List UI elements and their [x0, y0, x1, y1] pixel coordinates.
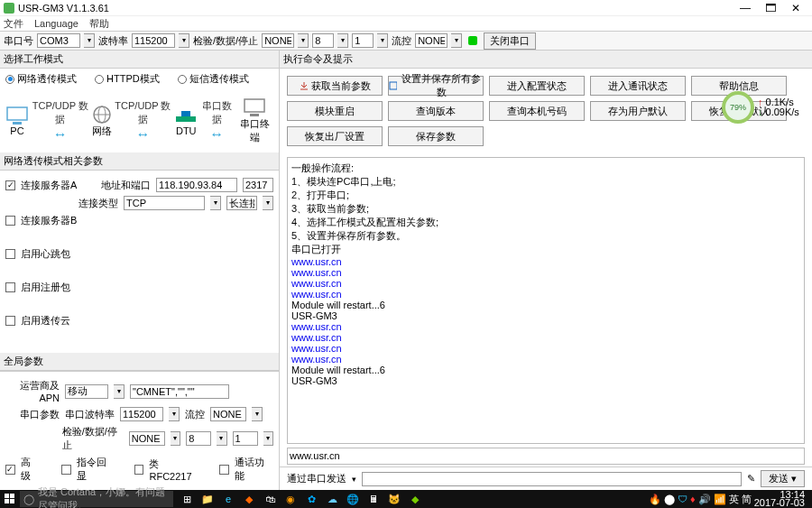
- cortana-search[interactable]: ◯我是 Cortana，小娜。有问题尽管问我。: [20, 491, 173, 507]
- databits-select[interactable]: [312, 33, 334, 48]
- download-icon: [300, 81, 309, 90]
- ime-indicator[interactable]: 英: [729, 493, 739, 506]
- globe-icon: 网络: [92, 105, 112, 138]
- app-icon-3[interactable]: ◉: [281, 490, 300, 508]
- serial-flow-select[interactable]: [210, 407, 246, 421]
- menu-file[interactable]: 文件: [4, 17, 23, 31]
- command-buttons: 获取当前参数 设置并保存所有参数 进入配置状态 进入通讯状态 帮助信息 模块重启…: [280, 69, 812, 153]
- app-icon-2[interactable]: ◆: [239, 490, 259, 508]
- baud-dropdown[interactable]: ▾: [179, 33, 189, 48]
- enter-comm-button[interactable]: 进入通讯状态: [590, 76, 686, 96]
- mode-sms-radio[interactable]: 短信透传模式: [178, 72, 249, 86]
- mode-net-radio[interactable]: 网络透传模式: [5, 72, 77, 86]
- app-icon-6[interactable]: 🌐: [343, 490, 363, 508]
- server-a-address[interactable]: [156, 178, 237, 192]
- tray-icon[interactable]: ♦: [690, 494, 696, 504]
- apn-string[interactable]: [130, 384, 229, 399]
- port-select[interactable]: [37, 33, 80, 48]
- save-default-button[interactable]: 存为用户默认: [590, 101, 686, 121]
- net-params-title: 网络透传模式相关参数: [0, 152, 279, 171]
- echo-checkbox[interactable]: [61, 465, 71, 475]
- version-button[interactable]: 查询版本: [388, 101, 484, 121]
- svg-rect-12: [5, 499, 9, 503]
- system-tray[interactable]: 🔥 ⬤ 🛡 ♦ 🔊 📶 英 简 13:14 2017-07-03: [645, 491, 812, 507]
- maximize-button[interactable]: 🗖: [758, 2, 783, 14]
- cortana-icon: ◯: [23, 494, 34, 505]
- server-b-checkbox[interactable]: [5, 216, 15, 226]
- server-a-checkbox[interactable]: [5, 180, 15, 190]
- svg-rect-7: [245, 99, 264, 112]
- cmd-title: 执行命令及提示: [280, 51, 812, 69]
- global-title: 全局参数: [0, 353, 279, 371]
- window-title: USR-GM3 V1.1.3.61: [18, 3, 109, 14]
- send-button[interactable]: 发送 ▾: [761, 470, 805, 487]
- calc-icon[interactable]: 🖩: [364, 490, 383, 508]
- phone-button[interactable]: 查询本机号码: [489, 101, 585, 121]
- serial-baud-select[interactable]: [120, 407, 163, 421]
- heartbeat-checkbox[interactable]: [5, 249, 15, 259]
- save-icon: [389, 81, 397, 90]
- svg-rect-1: [13, 122, 22, 125]
- rfc2217-checkbox[interactable]: [134, 465, 144, 475]
- svg-rect-10: [5, 494, 9, 498]
- menu-language[interactable]: Language: [34, 18, 78, 29]
- reboot-button[interactable]: 模块重启: [287, 101, 383, 121]
- flow-select[interactable]: [415, 33, 448, 48]
- network-gauge: 79% ↑ 0.1K/s ↓ 0.09K/s: [722, 85, 803, 130]
- calling-checkbox[interactable]: [219, 465, 229, 475]
- advanced-checkbox[interactable]: [5, 465, 15, 475]
- close-port-button[interactable]: 关闭串口: [484, 32, 536, 50]
- baud-label: 波特率: [98, 34, 128, 48]
- mode-title: 选择工作模式: [0, 51, 279, 69]
- set-all-button[interactable]: 设置并保存所有参数: [388, 76, 484, 96]
- app-icon-1[interactable]: 📁: [198, 490, 217, 508]
- console-output[interactable]: 一般操作流程:1、模块连PC串口,上电;2、打开串口;3、获取当前参数;4、选择…: [287, 157, 805, 444]
- save-params-button[interactable]: 保存参数: [388, 126, 484, 146]
- volume-icon[interactable]: 🔊: [698, 494, 711, 505]
- tray-icon[interactable]: 🛡: [678, 494, 687, 504]
- port-dropdown[interactable]: ▾: [84, 33, 95, 48]
- edge-icon[interactable]: e: [218, 490, 238, 508]
- minimize-button[interactable]: —: [733, 2, 758, 14]
- serial-parity-select[interactable]: [129, 431, 165, 446]
- start-button[interactable]: [0, 490, 20, 508]
- store-icon[interactable]: 🛍: [260, 490, 280, 508]
- clock[interactable]: 13:14 2017-07-03: [754, 491, 808, 507]
- taskbar: ◯我是 Cortana，小娜。有问题尽管问我。 ⊞ 📁 e ◆ 🛍 ◉ ✿ ☁ …: [0, 490, 812, 508]
- app-icon-4[interactable]: ✿: [301, 490, 321, 508]
- port-led-icon: [468, 36, 477, 45]
- serial-stop-select[interactable]: [233, 431, 258, 446]
- send-row: 通过串口发送▾ ✎ 发送 ▾: [280, 466, 812, 490]
- ime-mode[interactable]: 简: [742, 493, 752, 506]
- register-checkbox[interactable]: [5, 282, 15, 292]
- flow-label: 流控: [392, 34, 411, 48]
- app-icon-8[interactable]: ◆: [405, 490, 425, 508]
- baud-select[interactable]: [132, 33, 175, 48]
- enter-config-button[interactable]: 进入配置状态: [489, 76, 585, 96]
- app-icon-5[interactable]: ☁: [322, 490, 342, 508]
- tray-icon[interactable]: ⬤: [664, 494, 675, 505]
- port-label: 串口号: [4, 34, 33, 48]
- factory-reset-button[interactable]: 恢复出厂设置: [287, 126, 383, 146]
- send-input[interactable]: [362, 472, 742, 486]
- gauge-circle-icon: 79%: [722, 91, 754, 124]
- get-params-button[interactable]: 获取当前参数: [287, 76, 383, 96]
- conn-type-select[interactable]: [124, 196, 205, 210]
- app-icon-7[interactable]: 🐱: [384, 490, 404, 508]
- taskview-icon[interactable]: ⊞: [177, 490, 197, 508]
- close-button[interactable]: ✕: [783, 2, 808, 14]
- titlebar: USR-GM3 V1.1.3.61 — 🗖 ✕: [0, 0, 812, 16]
- conn-mode-select[interactable]: [226, 196, 257, 210]
- mode-httpd-radio[interactable]: HTTPD模式: [95, 72, 160, 86]
- parity-select[interactable]: [262, 33, 294, 48]
- network-icon[interactable]: 📶: [714, 494, 726, 505]
- tray-icon[interactable]: 🔥: [649, 494, 661, 505]
- stopbits-select[interactable]: [352, 33, 374, 48]
- left-panel: 选择工作模式 网络透传模式 HTTPD模式 短信透传模式 PC TCP/UDP …: [0, 51, 280, 490]
- apn-operator-select[interactable]: [65, 384, 108, 399]
- cloud-checkbox[interactable]: [5, 316, 15, 326]
- serial-data-select[interactable]: [186, 431, 211, 446]
- menu-help[interactable]: 帮助: [89, 17, 109, 31]
- server-a-port[interactable]: [243, 178, 273, 192]
- svg-rect-13: [10, 499, 14, 503]
